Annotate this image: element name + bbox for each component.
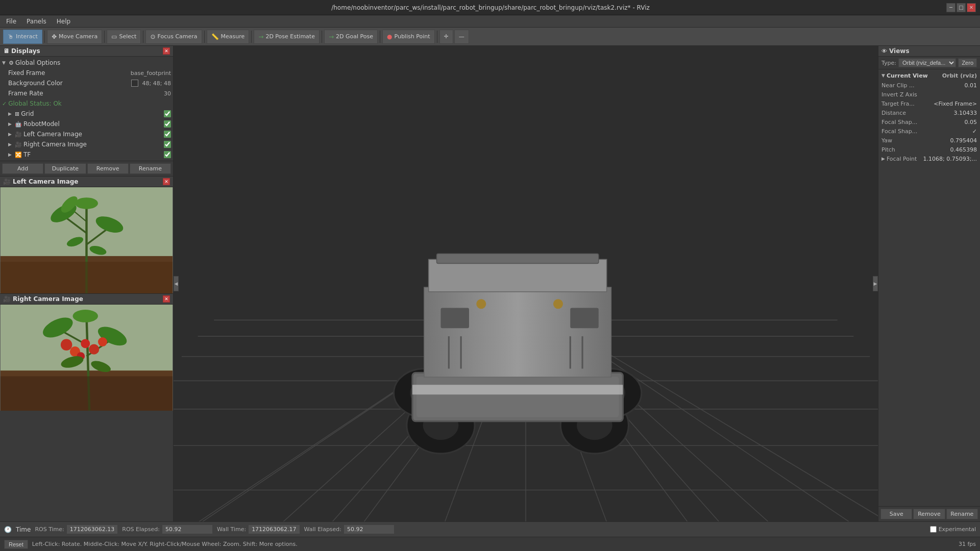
pose-estimate-button[interactable]: → 2D Pose Estimate xyxy=(254,30,320,44)
focal-point-value: 1.1068; 0.75093;... xyxy=(923,156,977,162)
goal-button[interactable]: → 2D Goal Pose xyxy=(324,30,378,44)
right-camera-arrow: ▶ xyxy=(8,142,13,147)
tf-checkbox[interactable] xyxy=(164,151,171,158)
current-view-header[interactable]: ▼ Current View Orbit (rviz) xyxy=(879,70,979,81)
add-button[interactable]: Add xyxy=(2,163,43,174)
grid-item[interactable]: ▶ ⊞ Grid xyxy=(0,109,173,119)
right-camera-image xyxy=(0,305,173,411)
left-camera-panel-close[interactable]: ✕ xyxy=(163,178,170,185)
collapse-left-button[interactable]: ◀ xyxy=(174,276,179,291)
background-color-label: Background Color xyxy=(8,80,131,87)
maximize-button[interactable]: □ xyxy=(957,3,966,12)
right-camera-checkbox[interactable] xyxy=(164,141,171,148)
displays-panel-close[interactable]: ✕ xyxy=(163,47,170,55)
global-status-label: Global Status: Ok xyxy=(8,100,171,107)
status-bar: Reset Left-Click: Rotate. Middle-Click: … xyxy=(0,537,980,551)
measure-button[interactable]: 📏 Measure xyxy=(207,30,250,44)
left-camera-checkbox[interactable] xyxy=(164,131,171,138)
views-panel-title: Views xyxy=(889,47,910,55)
focus-camera-button[interactable]: ⊙ Focus Camera xyxy=(145,30,202,44)
focal-point-item[interactable]: ▶ Focal Point 1.1068; 0.75093;... xyxy=(879,154,979,163)
measure-icon: 📏 xyxy=(211,33,219,40)
frame-rate-label: Frame Rate xyxy=(8,90,162,97)
views-remove-button[interactable]: Remove xyxy=(913,509,945,519)
remove-button[interactable]: Remove xyxy=(87,163,129,174)
right-camera-panel-close[interactable]: ✕ xyxy=(163,295,170,303)
svg-rect-65 xyxy=(429,259,607,291)
displays-buttons: Add Duplicate Remove Rename xyxy=(0,161,173,176)
right-camera-item[interactable]: ▶ 🎥 Right Camera Image xyxy=(0,139,173,149)
views-rename-button[interactable]: Rename xyxy=(946,509,978,519)
menu-panels[interactable]: Panels xyxy=(22,17,51,26)
right-camera-svg xyxy=(0,305,173,411)
select-icon: ▭ xyxy=(111,33,117,40)
background-color-value: 48; 48; 48 xyxy=(142,80,171,87)
target-frame-item[interactable]: Target Fra... <Fixed Frame> xyxy=(879,99,979,108)
left-camera-item[interactable]: ▶ 🎥 Left Camera Image xyxy=(0,129,173,139)
robot-model-item[interactable]: ▶ 🤖 RobotModel xyxy=(0,119,173,129)
left-camera-panel: 🎥 Left Camera Image ✕ xyxy=(0,176,173,293)
menu-help[interactable]: Help xyxy=(53,17,75,26)
focal-point-label: Focal Point xyxy=(887,156,923,162)
time-bar: 🕐 Time ROS Time: 1712063062.13 ROS Elaps… xyxy=(0,521,980,537)
distance-item[interactable]: Distance 3.10433 xyxy=(879,108,979,117)
menu-bar: File Panels Help xyxy=(0,15,980,28)
ros-time-value: 1712063062.13 xyxy=(66,524,118,534)
extra-button[interactable]: ✛ xyxy=(439,30,453,44)
reset-button[interactable]: Reset xyxy=(4,540,28,549)
near-clip-item[interactable]: Near Clip ... 0.01 xyxy=(879,81,979,90)
left-camera-label: Left Camera Image xyxy=(23,131,164,138)
focus-camera-icon: ⊙ xyxy=(150,33,155,40)
grid-checkbox[interactable] xyxy=(164,110,171,117)
toolbar-separator-6 xyxy=(322,31,322,43)
svg-point-9 xyxy=(75,197,98,209)
svg-rect-66 xyxy=(437,254,599,263)
views-zero-button[interactable]: Zero xyxy=(958,58,977,67)
ros-elapsed-label: ROS Elapsed: xyxy=(122,526,160,533)
background-color-swatch[interactable] xyxy=(131,80,138,87)
frame-rate-item[interactable]: Frame Rate 30 xyxy=(0,88,173,98)
toolbar-separator-8 xyxy=(437,31,437,43)
fixed-frame-item[interactable]: Fixed Frame base_footprint xyxy=(0,68,173,78)
invert-z-item[interactable]: Invert Z Axis xyxy=(879,90,979,99)
displays-tree: ▼ ⚙ Global Options Fixed Frame base_foot… xyxy=(0,57,173,161)
views-save-button[interactable]: Save xyxy=(880,509,912,519)
yaw-item[interactable]: Yaw 0.795404 xyxy=(879,136,979,145)
tf-item[interactable]: ▶ 🔀 TF xyxy=(0,149,173,160)
focal-shap1-label: Focal Shap... xyxy=(881,119,965,126)
rename-button[interactable]: Rename xyxy=(130,163,171,174)
pitch-item[interactable]: Pitch 0.465398 xyxy=(879,145,979,154)
svg-point-21 xyxy=(61,339,72,350)
viewport-3d[interactable] xyxy=(174,46,878,521)
duplicate-button[interactable]: Duplicate xyxy=(44,163,86,174)
menu-file[interactable]: File xyxy=(2,17,20,26)
time-label: Time xyxy=(16,526,31,533)
background-color-item[interactable]: Background Color 48; 48; 48 xyxy=(0,78,173,88)
wall-elapsed-label: Wall Elapsed: xyxy=(304,526,341,533)
collapse-right-button[interactable]: ▶ xyxy=(873,276,878,291)
focal-shap1-item[interactable]: Focal Shap... 0.05 xyxy=(879,117,979,127)
center-view[interactable]: ◀ xyxy=(174,46,878,521)
experimental-checkbox[interactable] xyxy=(930,526,937,533)
window-controls[interactable]: ─ □ ✕ xyxy=(946,3,976,12)
select-button[interactable]: ▭ Select xyxy=(107,30,141,44)
pitch-label: Pitch xyxy=(881,146,950,153)
interact-button[interactable]: 🖱 Interact xyxy=(3,30,42,44)
views-type-select[interactable]: Orbit (rviz_defa... xyxy=(898,58,956,67)
move-camera-button[interactable]: ✥ Move Camera xyxy=(47,30,102,44)
global-options-item[interactable]: ▼ ⚙ Global Options xyxy=(0,58,173,68)
move-camera-icon: ✥ xyxy=(52,33,57,40)
focal-shap2-item[interactable]: Focal Shap... ✓ xyxy=(879,127,979,136)
extra-button-2[interactable]: — xyxy=(454,30,469,44)
toolbar: 🖱 Interact ✥ Move Camera ▭ Select ⊙ Focu… xyxy=(0,28,980,46)
minimize-button[interactable]: ─ xyxy=(946,3,955,12)
publish-point-button[interactable]: ● Publish Point xyxy=(382,30,435,44)
robot-model-checkbox[interactable] xyxy=(164,120,171,128)
main-layout: 🖥 Displays ✕ ▼ ⚙ Global Options Fixed Fr… xyxy=(0,46,980,521)
close-button[interactable]: ✕ xyxy=(967,3,976,12)
wall-time-field: Wall Time: 1712063062.17 xyxy=(217,524,300,534)
target-frame-value: <Fixed Frame> xyxy=(934,101,977,107)
pitch-value: 0.465398 xyxy=(950,146,977,153)
global-status-item[interactable]: ✓ Global Status: Ok xyxy=(0,98,173,109)
right-camera-header: 🎥 Right Camera Image ✕ xyxy=(0,294,173,305)
